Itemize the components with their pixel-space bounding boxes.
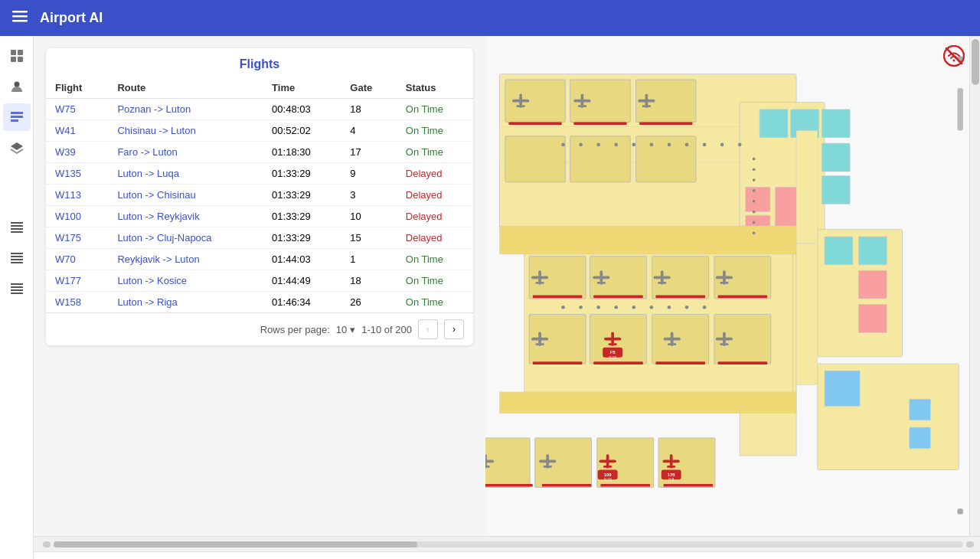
svg-rect-85 [533, 295, 583, 298]
flight-number: W70 [46, 249, 108, 270]
svg-rect-41 [746, 187, 770, 211]
vertical-scrollbar[interactable] [969, 36, 980, 536]
svg-rect-35 [760, 110, 788, 138]
svg-rect-50 [825, 371, 860, 406]
svg-point-183 [753, 221, 756, 224]
sidebar-item-list3[interactable] [3, 275, 31, 302]
svg-rect-109 [720, 282, 728, 284]
flight-route: Chisinau -> Luton [108, 120, 263, 142]
svg-rect-10 [11, 119, 18, 122]
svg-text:F5: F5 [610, 350, 616, 355]
flight-number: W158 [46, 292, 108, 313]
svg-rect-120 [664, 338, 681, 341]
svg-rect-125 [533, 361, 583, 364]
sidebar-item-dashboard[interactable] [3, 42, 31, 70]
svg-rect-4 [18, 50, 23, 55]
svg-rect-115 [609, 343, 617, 345]
sidebar-item-list1[interactable] [3, 214, 31, 241]
table-row: W39 Faro -> Luton 01:18:30 17 On Time [46, 142, 473, 163]
svg-rect-5 [11, 57, 16, 62]
terminal-map: F5 0:18 [485, 36, 980, 536]
main-content: Flights Flight Route Time Gate Status [34, 36, 980, 559]
flight-time: 01:33:29 [263, 185, 341, 206]
flight-status: On Time [397, 99, 473, 120]
svg-rect-48 [858, 304, 887, 332]
flight-time: 00:52:02 [263, 120, 341, 142]
svg-rect-111 [531, 338, 548, 341]
flight-status: On Time [397, 292, 473, 313]
svg-rect-99 [531, 276, 548, 280]
svg-point-53 [561, 143, 565, 147]
svg-rect-126 [593, 361, 643, 364]
hamburger-menu[interactable] [12, 8, 28, 28]
svg-rect-127 [655, 361, 705, 364]
svg-point-56 [614, 143, 618, 147]
svg-text:135: 135 [668, 472, 676, 477]
svg-rect-114 [604, 338, 621, 341]
flights-table: Flight Route Time Gate Status W75 Poznan… [46, 77, 473, 312]
table-row: W41 Chisinau -> Luton 00:52:02 4 On Time [46, 120, 473, 142]
svg-rect-38 [822, 143, 850, 172]
flight-gate: 1 [341, 249, 396, 270]
svg-text:0:10: 0:10 [604, 477, 612, 482]
flight-gate: 17 [341, 142, 396, 163]
svg-rect-153 [544, 466, 552, 468]
svg-rect-31 [505, 136, 565, 182]
svg-rect-108 [716, 276, 733, 280]
flight-status: On Time [397, 270, 473, 292]
sidebar-item-layers[interactable] [3, 134, 31, 162]
flight-status: On Time [397, 142, 473, 163]
svg-point-62 [720, 143, 724, 147]
app-body: Flights Flight Route Time Gate Status [0, 36, 980, 559]
svg-rect-149 [485, 460, 494, 463]
svg-point-95 [668, 306, 671, 309]
flight-number: W100 [46, 206, 108, 227]
table-row: W158 Luton -> Riga 01:46:34 26 On Time [46, 292, 473, 313]
svg-rect-121 [668, 343, 676, 345]
svg-rect-87 [655, 295, 705, 298]
sidebar-item-list2[interactable] [3, 244, 31, 272]
svg-point-90 [579, 306, 583, 309]
svg-rect-75 [642, 105, 651, 107]
svg-rect-11 [11, 222, 23, 224]
table-row: W135 Luton -> Luqa 01:33:29 9 Delayed [46, 163, 473, 185]
svg-rect-0 [12, 11, 28, 13]
table-row: W177 Luton -> Kosice 01:44:49 18 On Time [46, 270, 473, 292]
rows-per-page-label: Rows per page: [260, 324, 330, 335]
flight-gate: 15 [341, 227, 396, 249]
sidebar [0, 36, 34, 559]
flight-time: 00:48:03 [263, 99, 341, 120]
flight-number: W39 [46, 142, 108, 163]
horizontal-scrollbar[interactable] [34, 536, 980, 551]
flight-status: Delayed [397, 227, 473, 249]
svg-rect-16 [11, 256, 23, 257]
table-row: W75 Poznan -> Luton 00:48:03 18 On Time [46, 99, 473, 120]
flight-time: 01:18:30 [263, 142, 341, 163]
svg-rect-2 [12, 20, 28, 22]
flight-gate: 18 [341, 99, 396, 120]
flight-time: 01:44:49 [263, 270, 341, 292]
svg-rect-156 [603, 466, 612, 468]
svg-rect-71 [573, 100, 590, 103]
flight-status: Delayed [397, 185, 473, 206]
svg-rect-17 [11, 259, 23, 260]
flight-route: Luton -> Riga [108, 292, 263, 313]
svg-rect-52 [910, 427, 931, 449]
sidebar-item-users[interactable] [3, 73, 31, 100]
pagination-next[interactable]: › [444, 319, 464, 339]
svg-rect-152 [539, 460, 556, 463]
svg-rect-14 [11, 231, 23, 233]
rows-dropdown-arrow[interactable]: ▾ [350, 324, 355, 335]
svg-rect-72 [578, 105, 586, 107]
rows-select[interactable]: 10 ▾ [336, 324, 355, 335]
flight-time: 01:44:03 [263, 249, 341, 270]
table-row: W70 Reykjavik -> Luton 01:44:03 1 On Tim… [46, 249, 473, 270]
app-title: Airport AI [40, 10, 103, 26]
sidebar-item-flights[interactable] [3, 103, 31, 131]
flight-route: Luton -> Cluj-Napoca [108, 227, 263, 249]
pagination-prev[interactable]: ‹ [418, 319, 438, 339]
pagination: Rows per page: 10 ▾ 1-10 of 200 ‹ › [46, 312, 473, 345]
svg-point-96 [685, 306, 689, 309]
topbar: Airport AI [0, 0, 980, 36]
svg-point-178 [753, 168, 756, 171]
